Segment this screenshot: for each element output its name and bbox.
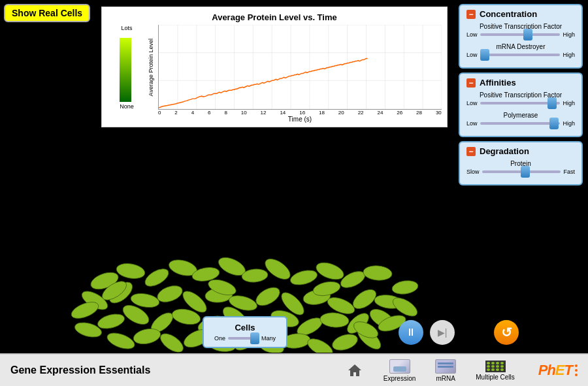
nav-mrna[interactable]: mRNA xyxy=(435,359,456,382)
bottom-bar: Gene Expression Essentials Expression mR… xyxy=(0,353,588,386)
polymerase-group: Polymerase Low High xyxy=(466,112,575,127)
svg-point-28 xyxy=(314,259,346,283)
bottom-nav: Expression mRNA Multiple Cells xyxy=(346,359,515,382)
aff-ptf-track[interactable] xyxy=(480,102,561,105)
poly-high: High xyxy=(563,120,575,127)
svg-point-34 xyxy=(155,283,184,305)
affinities-panel: − Affinities Positive Transcription Fact… xyxy=(459,72,583,137)
x-tick: 28 xyxy=(416,110,422,116)
phet-logo: PhET xyxy=(538,362,572,379)
polymerase-label: Polymerase xyxy=(466,112,575,119)
cells-slider-track[interactable] xyxy=(228,337,259,340)
x-tick: 2 xyxy=(174,110,177,116)
ptf-low-label: Low xyxy=(466,31,478,38)
svg-point-30 xyxy=(363,265,393,281)
step-button[interactable]: ▶| xyxy=(430,320,455,345)
cells-slider-thumb[interactable] xyxy=(250,332,259,344)
svg-point-27 xyxy=(289,268,319,287)
nav-home[interactable] xyxy=(346,363,364,378)
ptf-slider-thumb[interactable] xyxy=(523,29,532,40)
x-tick: 30 xyxy=(436,110,442,116)
affinities-title: Affinities xyxy=(480,78,516,88)
aff-ptf-label: Positive Transcription Factor xyxy=(466,91,575,99)
mrna-high-label: High xyxy=(563,52,575,58)
ptf-slider-track[interactable] xyxy=(480,33,561,36)
svg-point-58 xyxy=(157,330,186,353)
nav-expression[interactable]: Expression xyxy=(384,359,416,382)
pos-trans-factor-group: Positive Transcription Factor Low High xyxy=(466,23,575,38)
poly-thumb[interactable] xyxy=(549,118,559,129)
x-tick: 14 xyxy=(280,110,286,116)
poly-track[interactable] xyxy=(480,122,561,125)
x-tick: 18 xyxy=(319,110,325,116)
x-tick: 22 xyxy=(358,110,364,116)
right-panel: − Concentration Positive Transcription F… xyxy=(459,4,583,185)
cells-low-label: One xyxy=(214,335,225,342)
mrna-slider-track[interactable] xyxy=(480,54,561,56)
protein-group: Protein Slow Fast xyxy=(466,160,575,175)
concentration-collapse-button[interactable]: − xyxy=(466,10,476,19)
cells-title: Cells xyxy=(214,323,276,332)
aff-ptf-high: High xyxy=(563,100,575,106)
x-tick: 8 xyxy=(224,110,227,116)
poly-low: Low xyxy=(466,120,478,127)
chart-title: Average Protein Level vs. Time xyxy=(107,12,442,22)
svg-point-56 xyxy=(105,330,137,352)
cells-high-label: Many xyxy=(261,335,276,342)
nav-mrna-label: mRNA xyxy=(436,375,455,382)
phet-logo-area: PhET xyxy=(525,362,578,379)
svg-point-26 xyxy=(262,255,294,283)
y-axis-label: Average Protein Level xyxy=(148,39,154,96)
mrna-slider-thumb[interactable] xyxy=(480,49,489,61)
svg-point-20 xyxy=(115,261,146,280)
mrna-destroyer-group: mRNA Destroyer Low High xyxy=(466,43,575,58)
x-tick: 24 xyxy=(377,110,383,116)
x-tick: 26 xyxy=(397,110,402,116)
protein-track[interactable] xyxy=(482,170,561,173)
svg-point-44 xyxy=(96,312,126,331)
affinities-collapse-button[interactable]: − xyxy=(466,78,476,88)
x-tick: 6 xyxy=(208,110,210,116)
pos-trans-factor-label: Positive Transcription Factor xyxy=(466,23,575,30)
degradation-panel: − Degradation Protein Slow Fast xyxy=(459,141,583,185)
nav-expression-label: Expression xyxy=(384,375,416,382)
protein-fast: Fast xyxy=(563,169,575,175)
x-tick: 10 xyxy=(241,110,247,116)
x-tick: 16 xyxy=(299,110,305,116)
chart-plot xyxy=(158,25,442,110)
svg-point-38 xyxy=(253,283,283,309)
svg-point-21 xyxy=(142,265,172,289)
home-icon xyxy=(346,363,364,378)
reset-button[interactable]: ↺ xyxy=(494,320,519,345)
app-title: Gene Expression Essentials xyxy=(10,364,346,376)
chart-container: Average Protein Level vs. Time Lots None… xyxy=(101,7,448,127)
phet-menu-icon[interactable] xyxy=(575,364,578,376)
aff-ptf-thumb[interactable] xyxy=(547,97,557,109)
protein-slow: Slow xyxy=(466,169,480,175)
svg-point-73 xyxy=(391,279,419,295)
concentration-panel: − Concentration Positive Transcription F… xyxy=(459,4,583,69)
playback-controls: ⏸ ▶| ↺ xyxy=(399,320,519,345)
pause-button[interactable]: ⏸ xyxy=(399,320,423,345)
show-real-cells-button[interactable]: Show Real Cells xyxy=(4,4,90,22)
svg-point-65 xyxy=(331,331,360,353)
x-tick: 0 xyxy=(158,110,161,116)
x-tick: 20 xyxy=(338,110,344,116)
aff-ptf-group: Positive Transcription Factor Low High xyxy=(466,91,575,106)
degradation-collapse-button[interactable]: − xyxy=(466,147,476,156)
aff-ptf-low: Low xyxy=(466,100,478,106)
degradation-title: Degradation xyxy=(480,146,529,156)
cells-control-panel: Cells One Many xyxy=(203,316,287,348)
nav-multiple-cells[interactable]: Multiple Cells xyxy=(476,361,514,381)
concentration-title: Concentration xyxy=(480,9,537,19)
y-axis-bottom: None xyxy=(120,103,134,110)
x-tick: 4 xyxy=(191,110,194,116)
protein-thumb[interactable] xyxy=(521,166,530,178)
y-axis-top: Lots xyxy=(121,25,132,31)
x-tick: 12 xyxy=(261,110,267,116)
mrna-low-label: Low xyxy=(466,52,478,58)
svg-point-53 xyxy=(319,312,350,329)
ptf-high-label: High xyxy=(563,31,575,38)
nav-multiple-cells-label: Multiple Cells xyxy=(476,374,514,381)
x-axis-label: Time (s) xyxy=(158,116,442,123)
